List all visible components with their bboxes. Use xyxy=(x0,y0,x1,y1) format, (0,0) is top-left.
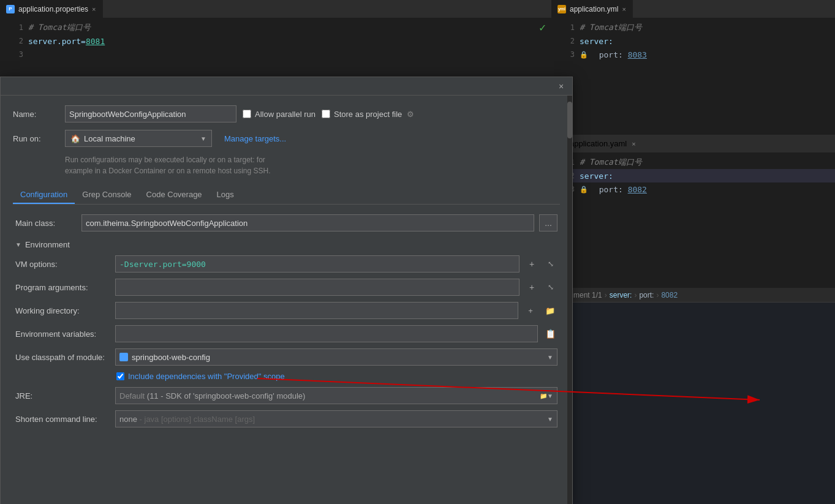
gear-icon[interactable]: ⚙ xyxy=(406,109,415,119)
right-bottom-area: yml application.yaml × 1 # Tomcat端口号 2 s… xyxy=(551,135,835,504)
left-editor: P application.properties × 1 # Tomcat端口号… xyxy=(0,0,551,80)
r-line-num-2: 2 xyxy=(556,37,575,45)
program-args-input[interactable] xyxy=(115,279,520,296)
use-classpath-label: Use classpath of module: xyxy=(15,353,110,362)
breadcrumb-sep2: › xyxy=(634,291,637,299)
right-editor: yml application.yml × 1 # Tomcat端口号 2 se… xyxy=(551,0,835,135)
working-dir-label: Working directory: xyxy=(15,306,110,315)
code-line-3: 3 xyxy=(0,48,551,61)
r-code-line-2: 2 server: xyxy=(551,34,835,48)
allow-parallel-group: Allow parallel run xyxy=(243,110,315,119)
environment-label: Environment xyxy=(25,240,70,249)
vm-options-expand-button[interactable]: ⤡ xyxy=(544,257,557,271)
r-comment-1: # Tomcat端口号 xyxy=(580,22,642,33)
r-code-line-1: 1 # Tomcat端口号 xyxy=(551,21,835,34)
jre-dropdown[interactable]: Default (11 - SDK of 'springboot-web-con… xyxy=(115,387,557,404)
breadcrumb-server: server: xyxy=(610,291,632,299)
run-on-dropdown[interactable]: 🏠 Local machine ▼ xyxy=(65,130,212,147)
use-classpath-value: springboot-web-config xyxy=(132,353,210,362)
program-args-row: Program arguments: + ⤡ xyxy=(15,279,557,296)
tab-logs[interactable]: Logs xyxy=(210,186,241,204)
env-vars-row: Environment variables: 📋 xyxy=(15,325,557,342)
dialog-close-button[interactable]: × xyxy=(555,80,567,92)
store-project-checkbox[interactable] xyxy=(322,110,330,118)
name-input[interactable] xyxy=(65,105,236,122)
include-dep-row: Include dependencies with "Provided" sco… xyxy=(116,372,557,381)
right-tab-bar: yml application.yml × xyxy=(551,0,835,18)
yaml-second-tab-bar: yml application.yaml × xyxy=(551,135,835,153)
main-class-input[interactable] xyxy=(81,214,534,231)
y2-server: server: xyxy=(580,171,613,181)
program-args-expand-button[interactable]: ⤡ xyxy=(544,280,557,294)
tab-code-coverage[interactable]: Code Coverage xyxy=(139,186,210,204)
use-classpath-dropdown[interactable]: springboot-web-config ▼ xyxy=(115,348,557,366)
jre-row: JRE: Default (11 - SDK of 'springboot-we… xyxy=(15,387,557,404)
name-row: Name: Allow parallel run Store as projec… xyxy=(13,105,560,122)
program-args-add-button[interactable]: + xyxy=(524,280,539,295)
jre-dropdown-arrow-icon: ▼ xyxy=(547,393,553,399)
yml-tab[interactable]: yml application.yml × xyxy=(551,0,633,18)
environment-section-header[interactable]: ▼ Environment xyxy=(15,240,557,249)
yaml2-tab-label: application.yaml xyxy=(570,139,627,148)
vm-options-add-button[interactable]: + xyxy=(524,257,539,271)
properties-tab[interactable]: P application.properties × xyxy=(0,0,103,18)
shorten-cmd-dropdown[interactable]: none - java [options] className [args] ▼ xyxy=(115,410,557,427)
run-on-value: Local machine xyxy=(84,134,135,143)
tab-grep-console[interactable]: Grep Console xyxy=(75,186,138,204)
home-icon: 🏠 xyxy=(70,134,80,143)
working-dir-add-button[interactable]: + xyxy=(523,303,538,318)
yml-tab-close[interactable]: × xyxy=(622,6,625,13)
jre-label: JRE: xyxy=(15,391,110,401)
main-class-row: Main class: ... xyxy=(15,214,557,231)
y2-port: port: 8082 xyxy=(589,185,647,194)
module-icon xyxy=(119,353,128,361)
use-classpath-row: Use classpath of module: springboot-web-… xyxy=(15,348,557,366)
left-tab-bar: P application.properties × xyxy=(0,0,551,18)
allow-parallel-label: Allow parallel run xyxy=(255,110,315,119)
browse-main-class-button[interactable]: ... xyxy=(539,214,557,231)
env-vars-input[interactable] xyxy=(115,325,538,342)
vm-options-input[interactable] xyxy=(115,255,520,273)
tab-configuration[interactable]: Configuration xyxy=(13,186,75,204)
vm-options-row: VM options: + ⤡ xyxy=(15,255,557,273)
store-project-label: Store as project file xyxy=(334,110,402,119)
env-vars-browse-button[interactable]: 📋 xyxy=(543,326,557,341)
config-tab-bar: Configuration Grep Console Code Coverage… xyxy=(13,186,560,205)
code-line-1: 1 # Tomcat端口号 ✓ xyxy=(0,21,551,34)
dialog-scrollbar-thumb xyxy=(567,102,572,138)
breadcrumb-port: port: xyxy=(639,291,654,299)
r-port: port: 8083 xyxy=(589,50,647,59)
run-on-label: Run on: xyxy=(13,134,59,143)
include-dep-label: Include dependencies with "Provided" sco… xyxy=(128,372,285,381)
comment-line-1: # Tomcat端口号 xyxy=(28,22,91,33)
line-num-1: 1 xyxy=(5,23,23,32)
env-vars-label: Environment variables: xyxy=(15,329,110,339)
properties-tab-close[interactable]: × xyxy=(92,6,96,13)
yml-tab-label: application.yml xyxy=(570,5,618,13)
code-line-2: 2 server.port=8081 xyxy=(0,34,551,48)
allow-parallel-checkbox[interactable] xyxy=(243,110,251,118)
working-dir-browse-button[interactable]: 📁 xyxy=(543,303,557,318)
jre-value: Default (11 - SDK of 'springboot-web-con… xyxy=(119,391,305,401)
left-editor-content: 1 # Tomcat端口号 ✓ 2 server.port=8081 3 xyxy=(0,18,551,64)
dialog-title-bar: × xyxy=(1,77,572,96)
working-dir-input[interactable] xyxy=(115,302,518,319)
y2-comment-1: # Tomcat端口号 xyxy=(580,157,642,168)
yaml2-tab-close[interactable]: × xyxy=(632,140,635,148)
breadcrumb-value: 8082 xyxy=(661,291,678,299)
manage-targets-link[interactable]: Manage targets... xyxy=(224,134,286,143)
r-server: server: xyxy=(580,37,613,46)
y2-code-line-3: 3 🔒 port: 8082 xyxy=(551,182,835,196)
name-label: Name: xyxy=(13,110,59,119)
dialog-scrollbar[interactable] xyxy=(567,96,572,504)
shorten-cmd-arrow-icon: ▼ xyxy=(547,416,553,423)
store-project-group: Store as project file ⚙ xyxy=(322,109,415,119)
yaml2-editor-content: 1 # Tomcat端口号 2 server: 3 🔒 port: 8082 xyxy=(551,153,835,288)
breadcrumb-sep1: › xyxy=(605,291,607,299)
vm-options-label: VM options: xyxy=(15,260,110,269)
shorten-cmd-value: none - java [options] className [args] xyxy=(119,415,255,424)
shorten-cmd-label: Shorten command line: xyxy=(15,415,110,424)
include-dep-checkbox[interactable] xyxy=(116,372,124,380)
yml-icon: yml xyxy=(557,5,566,13)
shorten-cmd-row: Shorten command line: none - java [optio… xyxy=(15,410,557,427)
